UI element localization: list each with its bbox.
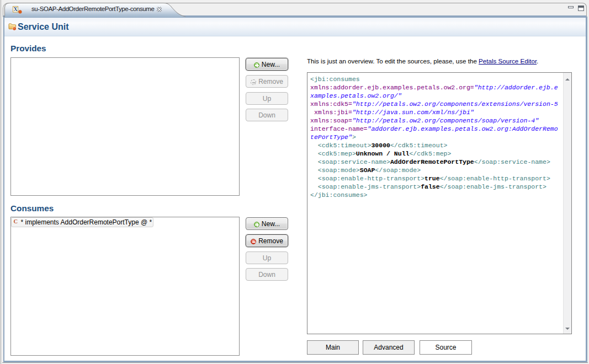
svg-text:X: X	[13, 6, 18, 12]
